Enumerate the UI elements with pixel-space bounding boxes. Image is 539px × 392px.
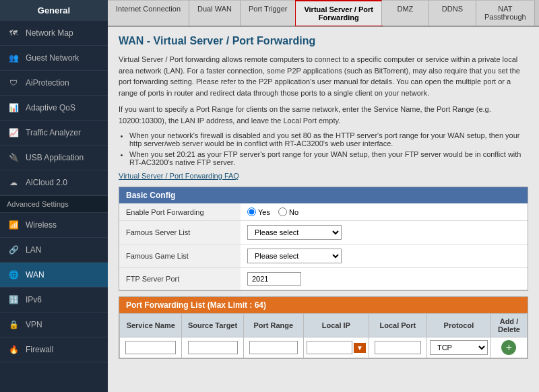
radio-no-input[interactable] [278,207,287,216]
sidebar-item-usb-application[interactable]: 🔌 USB Application [0,145,108,170]
wan-icon: 🌐 [7,268,20,282]
input-port-range[interactable] [249,341,298,354]
tab-dmz[interactable]: DMZ [382,0,429,26]
famous-game-row: Famous Game List Please select [119,244,528,268]
bullet-item-1: When your network's firewall is disabled… [129,131,528,148]
sidebar-label-ipv6: IPv6 [26,295,42,304]
ipv6-icon: 🔢 [7,293,20,306]
cell-add-delete: + [490,337,527,358]
sidebar-item-traffic-analyzer[interactable]: 📈 Traffic Analyzer [0,121,108,145]
usb-icon: 🔌 [7,151,20,164]
famous-server-control: Please select [241,221,528,244]
content-area: WAN - Virtual Server / Port Forwarding V… [108,27,539,392]
network-map-icon: 🗺 [7,26,20,40]
famous-server-select[interactable]: Please select [247,225,342,240]
input-local-ip[interactable] [307,341,352,354]
sidebar-item-guest-network[interactable]: 👥 Guest Network [0,46,108,71]
radio-yes[interactable]: Yes [247,207,270,216]
col-protocol: Protocol [426,314,490,337]
description-2: If you want to specify a Port Range for … [119,104,528,126]
sidebar-label-guest-network: Guest Network [26,53,79,63]
sidebar-label-traffic-analyzer: Traffic Analyzer [26,128,81,137]
col-local-ip: Local IP [303,314,369,337]
sidebar-item-wan[interactable]: 🌐 WAN [0,263,108,288]
bullet-list: When your network's firewall is disabled… [129,131,528,166]
tab-nat-passthrough[interactable]: NATPassthrough [476,0,535,26]
aicloud-icon: ☁ [7,176,20,189]
radio-yes-input[interactable] [247,207,256,216]
pf-table-header-row: Service Name Source Target Port Range Lo… [120,314,528,337]
cell-protocol: TCP UDP TCP+UDP [426,337,490,358]
page-title: WAN - Virtual Server / Port Forwarding [119,35,528,47]
sidebar-item-ipv6[interactable]: 🔢 IPv6 [0,288,108,313]
col-service-name: Service Name [120,314,182,337]
famous-game-select[interactable]: Please select [247,249,342,263]
sidebar-label-firewall: Firewall [26,345,53,354]
sidebar-label-aicloud: AiCloud 2.0 [26,178,67,187]
traffic-analyzer-icon: 📈 [7,126,20,139]
ftp-port-control [241,268,528,290]
basic-config-section: Basic Config Enable Port Forwarding Yes [119,187,528,291]
adaptive-qos-icon: 📊 [7,101,20,115]
basic-config-table: Enable Port Forwarding Yes No [119,203,528,290]
tab-dual-wan[interactable]: Dual WAN [189,0,241,26]
wireless-icon: 📶 [7,218,20,232]
local-ip-dropdown-icon[interactable]: ▼ [354,343,366,353]
ftp-port-row: FTP Server Port [119,268,528,290]
tab-internet-connection[interactable]: Internet Connection [108,0,189,26]
sidebar-item-vpn[interactable]: 🔒 VPN [0,313,108,337]
cell-local-ip: ▼ [303,337,369,358]
lan-icon: 🔗 [7,243,20,257]
cell-source-target [182,337,243,358]
port-forwarding-section: Port Forwarding List (Max Limit : 64) Se… [119,296,528,359]
radio-group-enable: Yes No [247,207,521,216]
sidebar-item-wireless[interactable]: 📶 Wireless [0,213,108,238]
sidebar-item-lan[interactable]: 🔗 LAN [0,238,108,263]
sidebar-item-firewall[interactable]: 🔥 Firewall [0,337,108,362]
famous-game-label: Famous Game List [119,244,241,268]
sidebar-label-wan: WAN [26,270,44,280]
col-source-target: Source Target [182,314,243,337]
cell-local-port [369,337,426,358]
col-add-delete: Add / Delete [490,314,527,337]
radio-yes-label: Yes [258,208,270,216]
famous-server-label: Famous Server List [119,221,241,244]
radio-no[interactable]: No [278,207,298,216]
protocol-select[interactable]: TCP UDP TCP+UDP [430,340,488,355]
advanced-settings-header: Advanced Settings [0,195,108,213]
sidebar-label-vpn: VPN [26,320,42,329]
sidebar-label-adaptive-qos: Adaptive QoS [26,103,75,112]
port-forwarding-header: Port Forwarding List (Max Limit : 64) [119,297,528,313]
sidebar-item-network-map[interactable]: 🗺 Network Map [0,21,108,46]
input-source-target[interactable] [188,341,238,354]
sidebar-label-usb-application: USB Application [26,153,84,162]
sidebar-item-aicloud[interactable]: ☁ AiCloud 2.0 [0,170,108,195]
enable-port-forwarding-control: Yes No [241,203,528,221]
add-button[interactable]: + [501,340,516,355]
input-local-port[interactable] [375,341,421,354]
tab-port-trigger[interactable]: Port Trigger [241,0,296,26]
sidebar: General 🗺 Network Map 👥 Guest Network 🛡 … [0,0,108,392]
famous-server-row: Famous Server List Please select [119,221,528,244]
enable-port-forwarding-row: Enable Port Forwarding Yes No [119,203,528,221]
radio-no-label: No [289,208,298,216]
col-local-port: Local Port [369,314,426,337]
cell-service-name [120,337,182,358]
sidebar-label-wireless: Wireless [26,220,57,230]
input-service-name[interactable] [125,341,176,354]
ftp-port-input[interactable] [247,272,301,286]
sidebar-label-lan: LAN [26,245,41,255]
enable-port-forwarding-label: Enable Port Forwarding [119,203,241,221]
basic-config-header: Basic Config [119,187,528,203]
faq-link[interactable]: Virtual Server / Port Forwarding FAQ [119,172,528,180]
tab-ddns[interactable]: DDNS [429,0,476,26]
main-content: Internet Connection Dual WAN Port Trigge… [108,0,539,392]
sidebar-item-adaptive-qos[interactable]: 📊 Adaptive QoS [0,96,108,121]
bullet-item-2: When you set 20:21 as your FTP server's … [129,150,528,166]
firewall-icon: 🔥 [7,343,20,356]
guest-network-icon: 👥 [7,51,20,65]
port-forwarding-table: Service Name Source Target Port Range Lo… [119,313,528,358]
ftp-port-label: FTP Server Port [119,268,241,290]
sidebar-item-aiprotection[interactable]: 🛡 AiProtection [0,71,108,96]
tab-virtual-server[interactable]: Virtual Server / PortForwarding [296,0,382,26]
